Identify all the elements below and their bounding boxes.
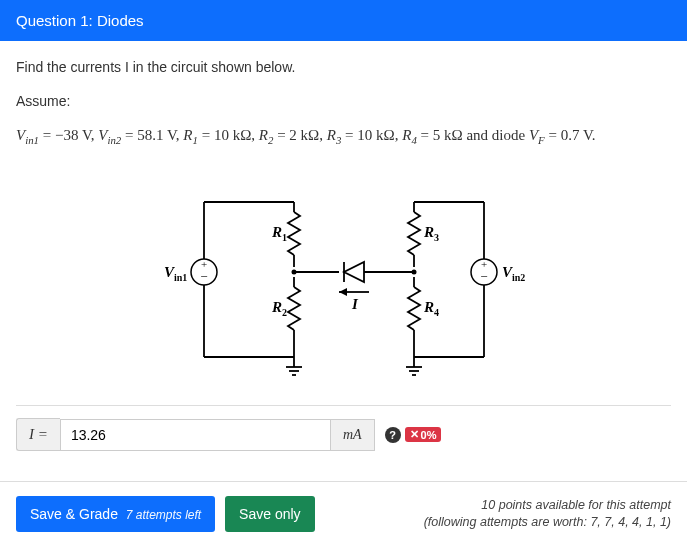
- score-badge: ✕ 0%: [405, 427, 442, 442]
- answer-unit: mA: [330, 419, 375, 451]
- attempts-left: 7 attempts left: [126, 508, 201, 522]
- save-only-button[interactable]: Save only: [225, 496, 314, 532]
- r3-value: 10 kΩ: [357, 127, 394, 143]
- r1-value: 10 kΩ: [214, 127, 251, 143]
- r2-label: R2: [271, 299, 287, 318]
- r4-value: 5 kΩ: [433, 127, 463, 143]
- answer-row: I = mA ? ✕ 0%: [16, 418, 671, 451]
- assume-label: Assume:: [16, 93, 671, 109]
- answer-input[interactable]: [60, 419, 330, 451]
- svg-point-23: [291, 270, 296, 275]
- question-content: Find the currents I in the circuit shown…: [0, 41, 687, 481]
- answer-variable: I =: [16, 418, 60, 451]
- circuit-diagram: + − Vin1 + − Vin2 R1: [16, 167, 671, 387]
- r4-label: R4: [423, 299, 439, 318]
- parameter-equation: Vin1 = −38 V, Vin2 = 58.1 V, R1 = 10 kΩ,…: [16, 123, 671, 149]
- r1-label: R1: [271, 224, 287, 243]
- svg-text:−: −: [480, 269, 487, 284]
- prompt-text: Find the currents I in the circuit shown…: [16, 59, 671, 75]
- score-percent: 0%: [421, 429, 437, 441]
- answer-feedback: ? ✕ 0%: [385, 427, 442, 443]
- divider: [16, 405, 671, 406]
- x-icon: ✕: [410, 428, 419, 441]
- svg-point-24: [411, 270, 416, 275]
- vin2-value: 58.1 V: [137, 127, 176, 143]
- resistor-r2: [288, 287, 300, 330]
- points-available: 10 points available for this attempt: [424, 497, 671, 515]
- r2-value: 2 kΩ: [289, 127, 319, 143]
- resistor-r4: [408, 287, 420, 330]
- following-attempts: (following attempts are worth: 7, 7, 4, …: [424, 514, 671, 532]
- footer-buttons: Save & Grade 7 attempts left Save only: [16, 496, 315, 532]
- save-grade-label: Save & Grade: [30, 506, 118, 522]
- svg-marker-26: [339, 288, 347, 296]
- r3-label: R3: [423, 224, 439, 243]
- vin2-label: Vin2: [502, 264, 525, 283]
- help-icon[interactable]: ?: [385, 427, 401, 443]
- resistor-r1: [288, 212, 300, 255]
- vin1-label: Vin1: [164, 264, 187, 283]
- svg-text:−: −: [200, 269, 207, 284]
- vf-value: 0.7 V: [561, 127, 592, 143]
- resistor-r3: [408, 212, 420, 255]
- question-title: Question 1: Diodes: [16, 12, 144, 29]
- question-header: Question 1: Diodes: [0, 0, 687, 41]
- save-grade-button[interactable]: Save & Grade 7 attempts left: [16, 496, 215, 532]
- points-info: 10 points available for this attempt (fo…: [424, 497, 671, 532]
- save-only-label: Save only: [239, 506, 300, 522]
- diode-icon: [344, 262, 364, 282]
- and-diode-text: and diode: [463, 127, 529, 143]
- current-i-label: I: [351, 296, 359, 312]
- footer: Save & Grade 7 attempts left Save only 1…: [0, 481, 687, 548]
- vin1-value: −38 V: [55, 127, 91, 143]
